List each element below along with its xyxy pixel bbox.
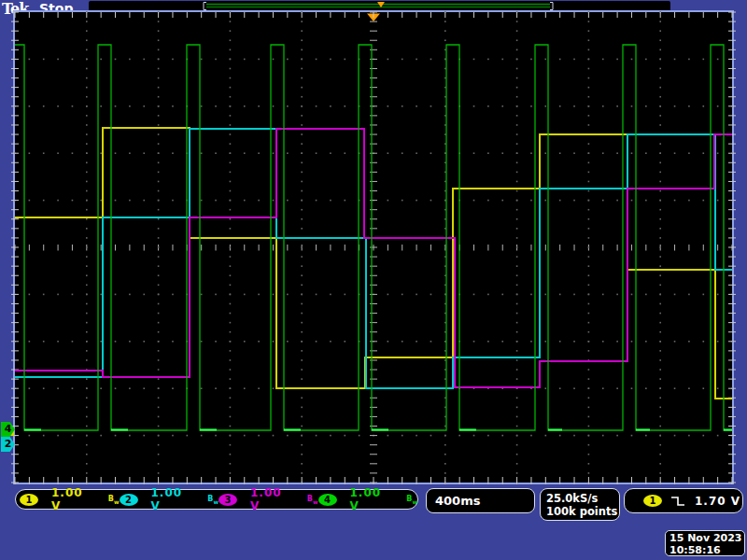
ch3-bandwidth-icon: Bw xyxy=(307,495,318,505)
datetime-box: 15 Nov 2023 10:58:16 xyxy=(665,530,745,556)
time: 10:58:16 xyxy=(669,544,744,556)
timebase-value: 400ms xyxy=(435,494,480,508)
sample-rate: 25.0kS/s xyxy=(546,492,619,505)
trigger-level: 1.70 V xyxy=(695,495,740,508)
ch2-ground-marker: 2 xyxy=(1,437,15,452)
record-length: 100k points xyxy=(546,505,619,518)
record-view-bar xyxy=(89,1,670,11)
ch3-badge: 3 xyxy=(218,494,237,506)
ch2-badge: 2 xyxy=(120,494,138,506)
acquisition-readout: 25.0kS/s 100k points xyxy=(540,488,620,521)
ch1-scale: 1.00 V xyxy=(51,486,97,512)
ch1-readout: 1 1.00 V Bw xyxy=(20,486,120,512)
ch4-badge: 4 xyxy=(318,494,337,506)
timebase-readout: 400ms xyxy=(426,488,535,513)
trigger-readout: 1 1.70 V xyxy=(624,488,743,513)
ch2-bandwidth-icon: Bw xyxy=(207,495,218,505)
waveform-display xyxy=(15,12,732,483)
ch3-scale: 1.00 V xyxy=(250,486,296,512)
oscilloscope-screen: Tek Stop 2 4 1 1.00 V Bw 2 1.00 V Bw 3 1… xyxy=(0,0,747,560)
trigger-falling-edge-icon xyxy=(670,495,685,508)
trigger-source-badge: 1 xyxy=(643,495,662,507)
ch2-scale: 1.00 V xyxy=(151,486,197,512)
channel-readouts-bar: 1 1.00 V Bw 2 1.00 V Bw 3 1.00 V Bw 4 1.… xyxy=(15,489,418,510)
ch3-readout: 3 1.00 V Bw xyxy=(218,486,318,512)
date: 15 Nov 2023 xyxy=(669,532,744,544)
ch2-readout: 2 1.00 V Bw xyxy=(120,486,219,512)
ch4-bandwidth-icon: Bw xyxy=(406,495,417,505)
ch1-badge: 1 xyxy=(20,494,38,506)
ch4-readout: 4 1.00 V Bw xyxy=(318,486,418,512)
ch4-scale: 1.00 V xyxy=(350,486,396,512)
ch1-bandwidth-icon: Bw xyxy=(108,495,120,505)
